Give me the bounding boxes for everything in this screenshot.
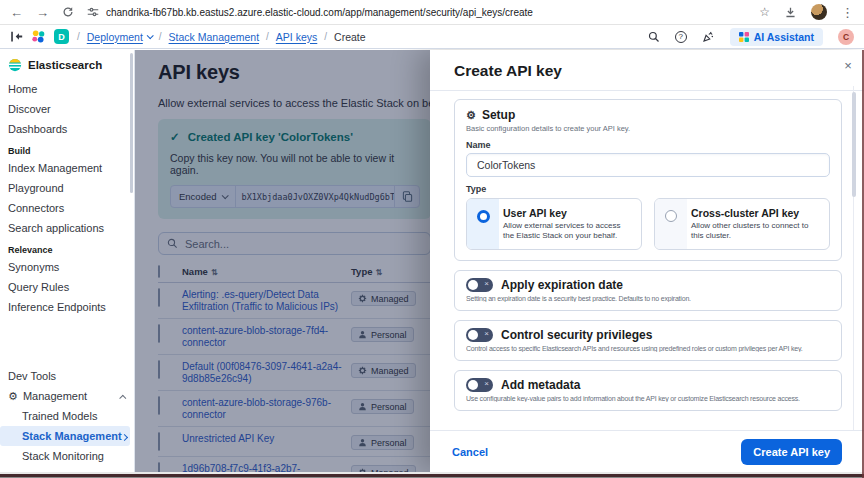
- create-api-key-flyout: Create API key × ⚙ Setup Basic configura…: [430, 50, 864, 472]
- sidebar: Elasticsearch Home Discover Dashboards B…: [0, 50, 135, 472]
- breadcrumb: / Deployment / Stack Management / API ke…: [77, 31, 366, 43]
- help-icon[interactable]: ?: [675, 31, 687, 43]
- breadcrumb-separator: /: [159, 31, 162, 42]
- app-header: D / Deployment / Stack Management / API …: [0, 25, 864, 49]
- type-option-description: Allow other clusters to connect to this …: [691, 221, 821, 242]
- type-option-title: Cross-cluster API key: [691, 207, 821, 219]
- collapse-nav-icon[interactable]: [10, 30, 23, 43]
- type-option-title: User API key: [503, 207, 633, 219]
- breadcrumb-create: Create: [334, 31, 366, 43]
- sidebar-item-search-applications[interactable]: Search applications: [0, 218, 134, 238]
- create-api-key-button[interactable]: Create API key: [741, 439, 842, 465]
- type-option-cross-cluster-api-key[interactable]: Cross-cluster API key Allow other cluste…: [654, 198, 830, 250]
- sidebar-scrollbar[interactable]: [130, 53, 133, 193]
- breadcrumb-separator: /: [266, 31, 269, 42]
- window-edge-bottom: [0, 472, 864, 478]
- setup-heading: Setup: [482, 108, 515, 122]
- sidebar-spacer: [0, 317, 134, 366]
- apply-expiration-toggle[interactable]: ×: [466, 278, 493, 292]
- sidebar-item-index-management[interactable]: Index Management: [0, 158, 134, 178]
- gear-icon: ⚙: [466, 110, 476, 121]
- sidebar-heading-build: Build: [0, 139, 134, 158]
- browser-back-icon[interactable]: ←: [10, 6, 23, 19]
- sidebar-heading-relevance: Relevance: [0, 238, 134, 257]
- flyout-title: Create API key: [454, 62, 840, 80]
- browser-reload-icon[interactable]: [62, 6, 74, 18]
- add-metadata-toggle[interactable]: ×: [466, 378, 493, 392]
- sidebar-item-stack-monitoring[interactable]: Stack Monitoring: [0, 446, 134, 466]
- metadata-panel: × Add metadata Use configurable key-valu…: [454, 370, 842, 411]
- breadcrumb-api-keys[interactable]: API keys: [276, 31, 317, 43]
- sidebar-item-stack-management[interactable]: Stack Management: [0, 426, 130, 446]
- expiration-panel: × Apply expiration date Setting an expir…: [454, 270, 842, 311]
- type-label: Type: [466, 184, 830, 194]
- bookmark-star-icon[interactable]: ☆: [759, 6, 770, 18]
- url-text: chandrika-fb67bb.kb.eastus2.azure.elasti…: [106, 7, 533, 18]
- sidebar-item-dev-tools[interactable]: Dev Tools: [0, 366, 134, 386]
- sidebar-item-synonyms[interactable]: Synonyms: [0, 257, 134, 277]
- browser-menu-icon[interactable]: ⋮: [841, 6, 854, 19]
- deployment-badge[interactable]: D: [54, 29, 69, 44]
- type-options: User API key Allow external services to …: [466, 198, 830, 250]
- control-privileges-toggle[interactable]: ×: [466, 328, 493, 342]
- browser-forward-icon[interactable]: →: [36, 6, 49, 19]
- sidebar-item-home[interactable]: Home: [0, 79, 134, 99]
- elasticsearch-logo: [8, 58, 22, 72]
- chevron-up-icon[interactable]: [121, 390, 126, 402]
- chevron-down-icon: [146, 32, 153, 39]
- flyout-footer: Cancel Create API key: [430, 430, 864, 472]
- toggle-description: Use configurable key-value pairs to add …: [466, 395, 830, 402]
- newsfeed-icon[interactable]: [702, 30, 715, 43]
- radio-selected-icon[interactable]: [477, 210, 490, 223]
- sidebar-item-trained-models[interactable]: Trained Models: [0, 406, 134, 426]
- setup-description: Basic configuration details to create yo…: [466, 124, 830, 133]
- screen: ← → chandrika-fb67bb.kb.eastus2.azure.el…: [0, 0, 864, 478]
- search-icon[interactable]: [648, 31, 660, 43]
- toggle-description: Control access to specific Elasticsearch…: [466, 345, 830, 352]
- ai-assistant-logo: [739, 32, 749, 42]
- browser-profile-avatar[interactable]: [811, 4, 827, 20]
- toggle-label: Control security privileges: [501, 328, 652, 342]
- site-info-icon[interactable]: [87, 6, 99, 18]
- toggle-description: Setting an expiration date is a security…: [466, 295, 830, 302]
- name-label: Name: [466, 140, 830, 150]
- flyout-header: Create API key: [430, 50, 864, 91]
- app-body: Elasticsearch Home Discover Dashboards B…: [0, 50, 864, 472]
- browser-actions: ☆ ⋮: [759, 4, 854, 20]
- chevron-right-icon: [122, 430, 127, 442]
- browser-chrome: ← → chandrika-fb67bb.kb.eastus2.azure.el…: [0, 0, 864, 25]
- breadcrumb-separator: /: [324, 31, 327, 42]
- type-option-description: Allow external services to access the El…: [503, 221, 633, 242]
- gear-icon: ⚙: [8, 391, 18, 402]
- sidebar-item-playground[interactable]: Playground: [0, 178, 134, 198]
- radio-unselected-icon[interactable]: [665, 210, 677, 222]
- breadcrumb-separator: /: [77, 31, 80, 42]
- sidebar-item-connectors[interactable]: Connectors: [0, 198, 134, 218]
- download-icon[interactable]: [784, 6, 797, 19]
- flyout-body: ⚙ Setup Basic configuration details to c…: [430, 91, 864, 411]
- sidebar-app-title: Elasticsearch: [0, 57, 134, 79]
- breadcrumb-stack-management[interactable]: Stack Management: [169, 31, 259, 43]
- security-privileges-panel: × Control security privileges Control ac…: [454, 320, 842, 361]
- sidebar-item-management[interactable]: ⚙ Management: [0, 386, 134, 406]
- elastic-logo[interactable]: [31, 29, 46, 44]
- flyout-scrollbar-thumb[interactable]: [852, 92, 856, 197]
- address-bar[interactable]: chandrika-fb67bb.kb.eastus2.azure.elasti…: [87, 6, 746, 18]
- sidebar-item-discover[interactable]: Discover: [0, 99, 134, 119]
- close-icon[interactable]: ×: [839, 56, 857, 74]
- cancel-button[interactable]: Cancel: [452, 446, 488, 458]
- name-field[interactable]: [466, 153, 830, 177]
- toggle-label: Add metadata: [501, 378, 580, 392]
- setup-panel: ⚙ Setup Basic configuration details to c…: [454, 99, 842, 261]
- ai-assistant-button[interactable]: AI Assistant: [730, 28, 823, 46]
- type-option-user-api-key[interactable]: User API key Allow external services to …: [466, 198, 642, 250]
- sidebar-item-dashboards[interactable]: Dashboards: [0, 119, 134, 139]
- toggle-label: Apply expiration date: [501, 278, 623, 292]
- user-avatar[interactable]: C: [838, 29, 854, 45]
- breadcrumb-deployment[interactable]: Deployment: [87, 31, 152, 43]
- sidebar-item-inference-endpoints[interactable]: Inference Endpoints: [0, 297, 134, 317]
- header-actions: ? AI Assistant C: [648, 28, 854, 46]
- sidebar-item-query-rules[interactable]: Query Rules: [0, 277, 134, 297]
